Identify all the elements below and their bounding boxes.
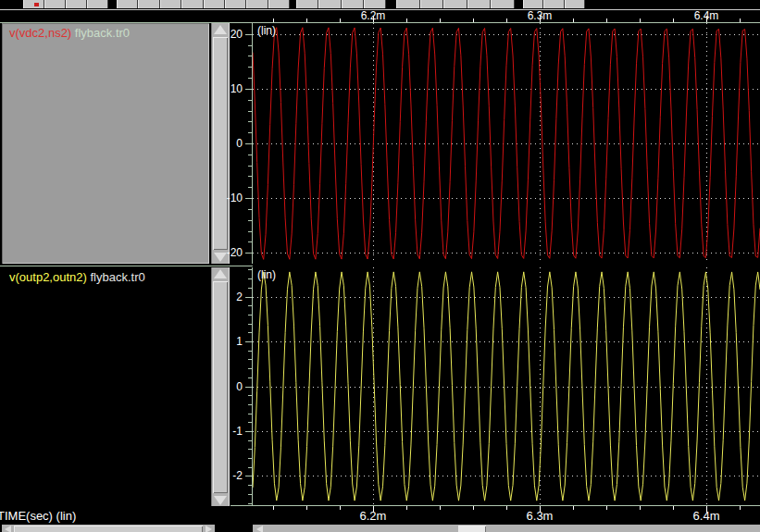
toolbar-button[interactable] <box>342 0 364 8</box>
toolbar-button[interactable] <box>87 0 108 8</box>
y-tick-label: -10 <box>217 192 243 204</box>
arrow-left-icon[interactable] <box>5 526 11 532</box>
horizontal-scrollbar-legend[interactable] <box>2 525 215 532</box>
y-axis-major-tick <box>245 89 252 90</box>
y-tick-label: -1 <box>217 425 243 438</box>
signal-file-top: flyback.tr0 <box>75 26 130 40</box>
scroll-up-button[interactable] <box>212 267 229 280</box>
toolbar-button[interactable] <box>318 0 341 8</box>
hscroll-thumb[interactable] <box>458 526 486 532</box>
toolbar-button[interactable] <box>66 0 87 8</box>
toolbar-button[interactable] <box>443 0 467 8</box>
toolbar-button[interactable] <box>225 0 246 8</box>
time-tick-label: 6.4m <box>694 10 719 22</box>
y-tick-label: 0 <box>217 137 243 150</box>
scale-label-bottom: (lin) <box>257 269 276 281</box>
y-tick-label: 10 <box>217 82 243 95</box>
y-axis-major-tick <box>245 198 252 199</box>
arrow-up-icon <box>214 269 227 278</box>
horizontal-scrollbar-plot[interactable] <box>253 525 760 532</box>
y-axis-major-tick <box>245 431 252 432</box>
y-axis-major-tick <box>245 297 252 298</box>
top-time-axis: 6.2m6.3m6.4m <box>0 10 760 22</box>
y-axis-major-tick <box>245 341 252 342</box>
toolbar-button[interactable] <box>117 0 138 8</box>
time-tick-label: 6.3m <box>528 10 553 22</box>
time-tick-label: 6.2m <box>361 10 386 22</box>
time-axis-minor-tick <box>740 506 741 510</box>
toolbar-button[interactable] <box>44 0 66 8</box>
y-tick-label: 20 <box>217 28 243 41</box>
toolbar-button[interactable] <box>565 0 585 8</box>
toolbar-button[interactable] <box>181 0 203 8</box>
time-axis-minor-tick <box>273 506 274 510</box>
scale-label-top: (lin) <box>257 25 276 37</box>
scroll-down-button[interactable] <box>212 494 229 507</box>
time-axis-minor-tick <box>306 506 307 510</box>
toolbar-button[interactable] <box>246 0 268 8</box>
time-axis-minor-tick <box>506 506 507 510</box>
y-tick-label: 0 <box>217 380 243 393</box>
signal-name-bottom[interactable]: v(outp2,outn2) <box>9 270 87 284</box>
y-tick-label: -2 <box>217 469 243 482</box>
panel-separator <box>0 266 253 266</box>
y-tick-label: 1 <box>217 335 243 348</box>
toolbar <box>0 0 760 9</box>
signal-file-bottom: flyback.tr0 <box>90 270 144 284</box>
toolbar-button[interactable] <box>268 0 290 8</box>
time-tick-label: 6.2m <box>360 510 387 523</box>
y-tick-label: -20 <box>217 246 243 259</box>
waveform-viewer-window: 6.2m6.3m6.4m v(vdc2,ns2) flyback.tr0 -20… <box>0 0 760 532</box>
time-axis-minor-tick <box>640 506 641 510</box>
time-axis-minor-tick <box>473 506 474 510</box>
toolbar-button[interactable] <box>160 0 181 8</box>
toolbar-button[interactable] <box>543 0 564 8</box>
toolbar-button[interactable] <box>204 0 225 8</box>
waveform-plot-bottom[interactable] <box>253 267 760 505</box>
time-axis-minor-tick <box>340 506 341 510</box>
time-axis-minor-tick <box>573 506 574 510</box>
arrow-right-icon[interactable] <box>206 526 212 532</box>
toolbar-button[interactable] <box>420 0 444 8</box>
toolbar-button[interactable] <box>138 0 159 8</box>
y-axis-major-tick <box>245 476 252 476</box>
signal-legend-panel-bottom[interactable]: v(outp2,outn2) flyback.tr0 <box>2 267 209 504</box>
hscroll-thumb[interactable] <box>14 526 203 532</box>
time-axis-minor-tick <box>440 506 441 510</box>
waveform-plot-top[interactable] <box>253 23 760 264</box>
signal-name-top[interactable]: v(vdc2,ns2) <box>9 26 71 40</box>
x-axis-label: TIME(sec) (lin) <box>0 510 76 523</box>
y-axis-major-tick <box>245 253 252 254</box>
toolbar-button[interactable] <box>23 0 44 8</box>
time-tick-label: 6.3m <box>527 510 554 523</box>
bottom-time-axis: TIME(sec) (lin) 6.2m6.3m6.4m <box>0 506 760 525</box>
toolbar-button[interactable] <box>364 0 386 8</box>
toolbar-button[interactable] <box>523 0 543 8</box>
y-axis-major-tick <box>245 387 252 388</box>
waveform-trace <box>253 272 760 501</box>
arrow-left-icon[interactable] <box>256 526 263 532</box>
time-axis-minor-tick <box>406 506 407 510</box>
y-tick-label: 2 <box>217 291 243 303</box>
toolbar-button[interactable] <box>491 0 515 8</box>
toolbar-button[interactable] <box>467 0 492 8</box>
signal-legend-panel-top[interactable]: v(vdc2,ns2) flyback.tr0 <box>2 23 209 264</box>
time-tick-label: 6.4m <box>693 510 720 523</box>
gridlines <box>253 267 760 505</box>
toolbar-button[interactable] <box>296 0 318 8</box>
time-axis-minor-tick <box>673 506 674 510</box>
toolbar-button[interactable] <box>396 0 420 8</box>
arrow-down-icon <box>214 496 227 505</box>
y-axis-major-tick <box>245 34 252 35</box>
y-axis-major-tick <box>245 143 252 144</box>
red-indicator-icon <box>34 3 39 6</box>
time-axis-minor-tick <box>606 506 607 510</box>
